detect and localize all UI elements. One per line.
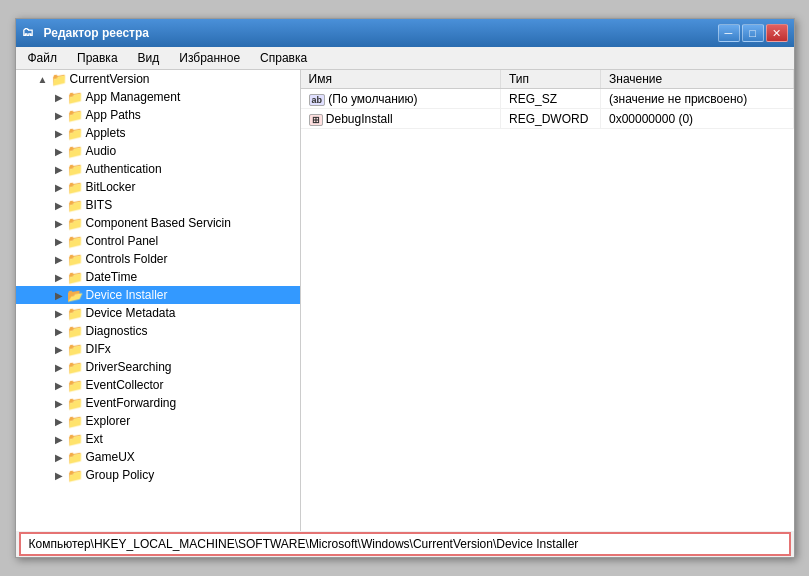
folder-icon: 📁: [67, 378, 83, 392]
tree-item-label: Applets: [86, 126, 126, 140]
cell-value: (значение не присвоено): [601, 89, 794, 109]
table-row[interactable]: ⊞ DebugInstallREG_DWORD0x00000000 (0): [301, 109, 794, 129]
tree-item[interactable]: ▶📁DateTime: [16, 268, 300, 286]
folder-icon: 📁: [67, 162, 83, 176]
tree-item-label: Audio: [86, 144, 117, 158]
tree-item-label: Component Based Servicin: [86, 216, 231, 230]
folder-icon: 📁: [67, 216, 83, 230]
tree-item-label: Ext: [86, 432, 103, 446]
folder-icon: 📁: [67, 432, 83, 446]
tree-item[interactable]: ▶📁EventCollector: [16, 376, 300, 394]
tree-item[interactable]: ▶📁Ext: [16, 430, 300, 448]
main-window: 🗂 Редактор реестра ─ □ ✕ Файл Правка Вид…: [15, 18, 795, 558]
folder-icon: 📁: [67, 342, 83, 356]
right-panel: Имя Тип Значение ab (По умолчанию)REG_SZ…: [301, 70, 794, 531]
expand-icon: ▶: [52, 252, 66, 266]
folder-icon: 📁: [67, 468, 83, 482]
menu-help[interactable]: Справка: [252, 49, 315, 67]
registry-table-container[interactable]: Имя Тип Значение ab (По умолчанию)REG_SZ…: [301, 70, 794, 531]
expand-icon: ▶: [52, 108, 66, 122]
folder-icon: 📁: [67, 252, 83, 266]
menu-file[interactable]: Файл: [20, 49, 66, 67]
tree-item-label: App Management: [86, 90, 181, 104]
tree-scroll[interactable]: ▲ 📁 CurrentVersion ▶📁App Management▶📁App…: [16, 70, 300, 531]
expand-icon: ▶: [52, 180, 66, 194]
tree-item[interactable]: ▶📁Explorer: [16, 412, 300, 430]
registry-table: Имя Тип Значение ab (По умолчанию)REG_SZ…: [301, 70, 794, 129]
tree-item[interactable]: ▶📁App Paths: [16, 106, 300, 124]
menu-favorites[interactable]: Избранное: [171, 49, 248, 67]
tree-item[interactable]: ▶📁Controls Folder: [16, 250, 300, 268]
type-icon-small: ⊞: [309, 114, 323, 126]
tree-item[interactable]: ▶📁Audio: [16, 142, 300, 160]
folder-icon: 📁: [67, 108, 83, 122]
content-area: ▲ 📁 CurrentVersion ▶📁App Management▶📁App…: [16, 70, 794, 531]
folder-icon: 📁: [67, 360, 83, 374]
folder-icon: 📂: [67, 288, 83, 302]
tree-item-label: Control Panel: [86, 234, 159, 248]
tree-item-label: BitLocker: [86, 180, 136, 194]
tree-item[interactable]: ▶📁EventForwarding: [16, 394, 300, 412]
folder-icon: 📁: [67, 270, 83, 284]
tree-item[interactable]: ▶📁Applets: [16, 124, 300, 142]
tree-item[interactable]: ▶📁Device Metadata: [16, 304, 300, 322]
tree-item[interactable]: ▶📁Control Panel: [16, 232, 300, 250]
tree-item-label: Group Policy: [86, 468, 155, 482]
expand-icon: ▶: [52, 234, 66, 248]
maximize-button[interactable]: □: [742, 24, 764, 42]
folder-icon: 📁: [51, 72, 67, 86]
tree-item-label: EventCollector: [86, 378, 164, 392]
folder-icon: 📁: [67, 198, 83, 212]
folder-icon: 📁: [67, 414, 83, 428]
tree-item[interactable]: ▶📁Authentication: [16, 160, 300, 178]
tree-item[interactable]: ▶📁Group Policy: [16, 466, 300, 484]
expand-icon: ▶: [52, 342, 66, 356]
status-text: Компьютер\HKEY_LOCAL_MACHINE\SOFTWARE\Mi…: [29, 537, 579, 551]
expand-icon: ▶: [52, 432, 66, 446]
tree-item[interactable]: ▶📂Device Installer: [16, 286, 300, 304]
expand-icon: ▶: [52, 126, 66, 140]
cell-name: ab (По умолчанию): [301, 89, 501, 109]
folder-icon: 📁: [67, 144, 83, 158]
tree-item-label: Device Installer: [86, 288, 168, 302]
cell-type: REG_DWORD: [501, 109, 601, 129]
tree-item[interactable]: ▶📁App Management: [16, 88, 300, 106]
cell-value: 0x00000000 (0): [601, 109, 794, 129]
tree-item[interactable]: ▶📁Diagnostics: [16, 322, 300, 340]
title-bar-controls: ─ □ ✕: [718, 24, 788, 42]
minimize-button[interactable]: ─: [718, 24, 740, 42]
expand-icon: ▶: [52, 450, 66, 464]
folder-icon: 📁: [67, 234, 83, 248]
tree-item-label: Device Metadata: [86, 306, 176, 320]
tree-items-container: ▶📁App Management▶📁App Paths▶📁Applets▶📁Au…: [16, 88, 300, 484]
tree-item-label: Authentication: [86, 162, 162, 176]
tree-item[interactable]: ▶📁BitLocker: [16, 178, 300, 196]
tree-item-root[interactable]: ▲ 📁 CurrentVersion: [16, 70, 300, 88]
expand-icon: ▶: [52, 306, 66, 320]
menu-edit[interactable]: Правка: [69, 49, 126, 67]
title-bar: 🗂 Редактор реестра ─ □ ✕: [16, 19, 794, 47]
expand-icon: ▶: [52, 324, 66, 338]
folder-icon: 📁: [67, 180, 83, 194]
folder-icon: 📁: [67, 396, 83, 410]
expand-icon: ▶: [52, 162, 66, 176]
tree-item[interactable]: ▶📁DriverSearching: [16, 358, 300, 376]
type-icon-small: ab: [309, 94, 326, 106]
tree-item[interactable]: ▶📁GameUX: [16, 448, 300, 466]
menu-view[interactable]: Вид: [130, 49, 168, 67]
tree-item-label: DIFx: [86, 342, 111, 356]
close-button[interactable]: ✕: [766, 24, 788, 42]
folder-icon: 📁: [67, 450, 83, 464]
table-row[interactable]: ab (По умолчанию)REG_SZ(значение не прис…: [301, 89, 794, 109]
expand-icon: ▶: [52, 216, 66, 230]
expand-icon: ▶: [52, 144, 66, 158]
tree-item-label: DateTime: [86, 270, 138, 284]
folder-icon: 📁: [67, 126, 83, 140]
tree-item-label: Diagnostics: [86, 324, 148, 338]
tree-item[interactable]: ▶📁BITS: [16, 196, 300, 214]
tree-item[interactable]: ▶📁Component Based Servicin: [16, 214, 300, 232]
app-icon: 🗂: [22, 25, 38, 41]
tree-item[interactable]: ▶📁DIFx: [16, 340, 300, 358]
expand-icon: ▶: [52, 378, 66, 392]
cell-name: ⊞ DebugInstall: [301, 109, 501, 129]
